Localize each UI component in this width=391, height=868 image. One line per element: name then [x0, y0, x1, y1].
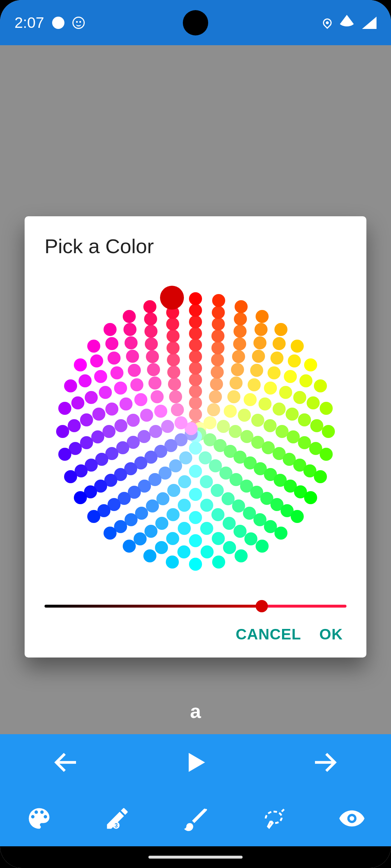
color-dot[interactable]	[58, 448, 71, 461]
color-dot[interactable]	[166, 532, 179, 545]
ok-button[interactable]: OK	[319, 626, 343, 643]
color-dot[interactable]	[274, 527, 287, 540]
color-dot[interactable]	[234, 325, 247, 338]
color-dot[interactable]	[104, 323, 117, 336]
color-dot[interactable]	[189, 488, 202, 501]
color-dot[interactable]	[291, 510, 304, 523]
color-dot[interactable]	[146, 350, 159, 363]
color-dot[interactable]	[189, 362, 202, 375]
color-dot[interactable]	[134, 393, 147, 406]
color-dot[interactable]	[114, 419, 127, 432]
color-dot[interactable]	[167, 353, 180, 366]
color-dot[interactable]	[64, 470, 77, 483]
color-dot[interactable]	[91, 430, 104, 443]
color-dot[interactable]	[169, 390, 182, 403]
color-dot[interactable]	[288, 354, 301, 367]
color-dot[interactable]	[161, 420, 174, 433]
color-dot[interactable]	[244, 532, 257, 545]
color-dot[interactable]	[250, 364, 263, 377]
color-dot[interactable]	[127, 414, 140, 427]
color-dot[interactable]	[238, 409, 251, 422]
color-dot[interactable]	[105, 337, 118, 350]
color-dot[interactable]	[209, 390, 222, 403]
color-dot[interactable]	[149, 425, 162, 438]
color-dot[interactable]	[134, 532, 147, 545]
color-dot[interactable]	[189, 465, 202, 478]
color-dot[interactable]	[144, 325, 157, 338]
color-dot[interactable]	[125, 336, 138, 349]
color-dot[interactable]	[143, 300, 156, 313]
color-dot[interactable]	[224, 405, 237, 418]
color-dot[interactable]	[252, 350, 265, 363]
color-dot[interactable]	[227, 390, 240, 403]
color-dot[interactable]	[264, 419, 277, 432]
color-dot[interactable]	[104, 527, 117, 540]
color-dot[interactable]	[230, 376, 243, 390]
color-dot[interactable]	[258, 397, 272, 410]
color-dot[interactable]	[232, 350, 245, 363]
color-dot[interactable]	[80, 436, 93, 449]
color-dot[interactable]	[273, 337, 286, 350]
color-dot[interactable]	[314, 379, 327, 392]
color-dot[interactable]	[87, 510, 100, 523]
color-dot[interactable]	[293, 391, 306, 404]
color-dot[interactable]	[217, 420, 230, 433]
brightness-slider[interactable]	[45, 605, 346, 608]
color-dot[interactable]	[314, 470, 327, 483]
color-dot[interactable]	[200, 522, 213, 535]
color-dot[interactable]	[145, 337, 158, 350]
color-dot[interactable]	[102, 425, 115, 438]
color-dot[interactable]	[189, 350, 202, 363]
color-dot[interactable]	[140, 409, 153, 422]
color-dot[interactable]	[189, 339, 202, 352]
color-dot[interactable]	[144, 525, 157, 538]
color-dot[interactable]	[322, 425, 335, 438]
color-dot[interactable]	[189, 315, 202, 328]
color-dot[interactable]	[274, 323, 287, 336]
color-dot[interactable]	[201, 545, 214, 558]
color-dot[interactable]	[167, 366, 180, 379]
color-dot[interactable]	[210, 378, 223, 391]
color-dot[interactable]	[156, 492, 169, 505]
color-dot[interactable]	[284, 370, 297, 383]
color-dot[interactable]	[74, 358, 87, 371]
color-dot[interactable]	[178, 475, 191, 488]
color-dot[interactable]	[189, 385, 202, 398]
color-dot[interactable]	[212, 306, 225, 319]
color-dot[interactable]	[177, 545, 190, 558]
color-dot[interactable]	[64, 379, 77, 392]
color-dot[interactable]	[189, 327, 202, 340]
color-dot[interactable]	[273, 403, 286, 416]
color-dot[interactable]	[130, 378, 143, 391]
color-dot[interactable]	[189, 304, 202, 317]
color-dot[interactable]	[123, 540, 136, 553]
color-dot[interactable]	[255, 323, 268, 336]
color-dot[interactable]	[189, 373, 202, 386]
color-dot[interactable]	[167, 484, 180, 497]
color-dot[interactable]	[167, 329, 180, 342]
color-dot[interactable]	[168, 378, 181, 391]
slider-thumb[interactable]	[256, 600, 268, 612]
color-dot[interactable]	[146, 499, 159, 512]
color-dot[interactable]	[310, 419, 323, 432]
color-dot[interactable]	[143, 549, 156, 562]
color-dot[interactable]	[189, 408, 202, 421]
color-dot[interactable]	[200, 475, 213, 488]
color-dot[interactable]	[119, 397, 133, 410]
color-dot[interactable]	[211, 366, 224, 379]
color-dot[interactable]	[234, 312, 247, 326]
color-dot[interactable]	[299, 374, 312, 387]
color-dot[interactable]	[167, 508, 180, 521]
color-dot[interactable]	[231, 363, 244, 376]
color-dot[interactable]	[114, 382, 127, 395]
color-dot[interactable]	[128, 364, 141, 377]
color-dot[interactable]	[212, 318, 225, 331]
color-dot[interactable]	[286, 408, 299, 421]
color-dot[interactable]	[166, 556, 179, 569]
color-dot[interactable]	[235, 300, 248, 313]
color-dot[interactable]	[276, 425, 289, 438]
color-dot[interactable]	[244, 393, 257, 406]
color-dot[interactable]	[212, 294, 225, 307]
color-dot[interactable]	[147, 363, 160, 376]
color-dot[interactable]	[248, 378, 261, 391]
